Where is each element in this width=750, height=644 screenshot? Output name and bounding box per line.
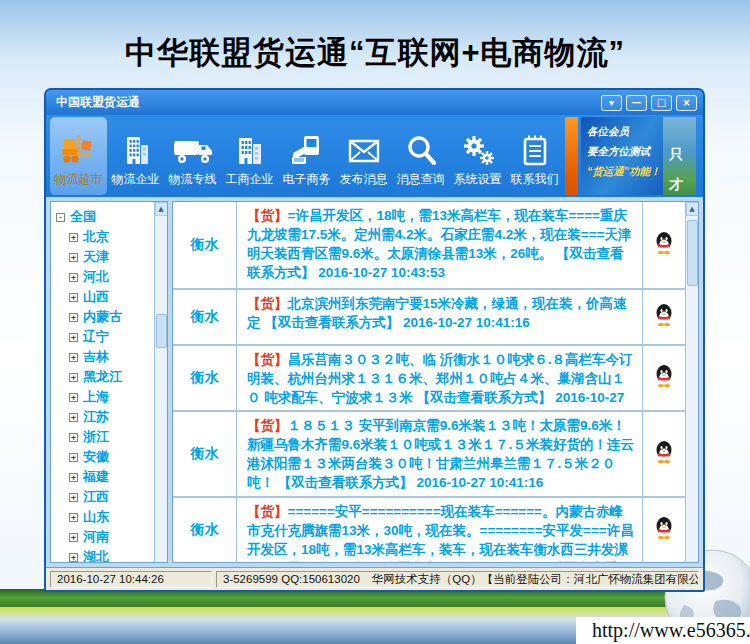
scroll-up-icon[interactable]: ▲ xyxy=(686,202,699,216)
tree-scrollbar[interactable]: ▲ xyxy=(154,202,167,562)
message-cell[interactable]: 【货】１８５１３ 安平到南京需9.6米装１３吨！太原需9.6米！新疆乌鲁木齐需9… xyxy=(237,412,643,496)
expand-icon[interactable] xyxy=(69,273,78,282)
sidebar-item[interactable]: 浙江 xyxy=(56,427,154,447)
expand-icon[interactable] xyxy=(69,253,78,262)
toolbar-item-label: 消息查询 xyxy=(397,171,445,188)
message-text: ======安平==========现在装车======。内蒙古赤峰市克什克腾旗… xyxy=(247,504,634,562)
toolbar-item-logistics-line[interactable]: 物流专线 xyxy=(164,117,221,195)
toolbar-item-system-settings[interactable]: 系统设置 xyxy=(449,117,506,195)
sidebar-item[interactable]: 江苏 xyxy=(56,407,154,427)
expand-icon[interactable] xyxy=(69,513,78,522)
window-titlebar[interactable]: 中国联盟货运通 ▾ — □ × xyxy=(46,90,703,115)
toolbar-item-message-search[interactable]: 消息查询 xyxy=(392,117,449,195)
sidebar-item[interactable]: 黑龙江 xyxy=(56,367,154,387)
region-tree: 全国 北京 天津 河北 山西 内蒙古 辽宁 吉林 黑龙江 上海 江苏 浙江 安徽… xyxy=(51,202,154,562)
qq-penguin-icon[interactable] xyxy=(654,303,674,331)
computer-icon xyxy=(289,130,325,166)
sidebar-item-label: 福建 xyxy=(83,468,109,486)
expand-icon[interactable] xyxy=(69,353,78,362)
list-scrollbar[interactable]: ▲ xyxy=(685,202,698,562)
expand-icon[interactable] xyxy=(69,453,78,462)
search-icon xyxy=(404,130,438,166)
sidebar-item[interactable]: 内蒙古 xyxy=(56,307,154,327)
promo-banner[interactable]: 各位会员 要全方位测试 “货运通”功能！ xyxy=(581,117,663,195)
message-row[interactable]: 衡水 【货】北京滨州到东莞南宁要15米冷藏，绿通，现在装，价高速定 【双击查看联… xyxy=(173,290,685,346)
pulldown-icon[interactable]: ▾ xyxy=(601,95,622,111)
sidebar-item[interactable]: 福建 xyxy=(56,467,154,487)
sidebar-item-label: 内蒙古 xyxy=(83,308,122,326)
message-row[interactable]: 衡水 【货】=许昌开发区，18吨，需13米高栏车，现在装车====重庆九龙坡需1… xyxy=(173,202,685,290)
message-list: 衡水 【货】=许昌开发区，18吨，需13米高栏车，现在装车====重庆九龙坡需1… xyxy=(173,202,685,562)
side-banner[interactable]: 只 才 xyxy=(663,117,696,195)
scrollbar-thumb[interactable] xyxy=(156,314,167,348)
qq-penguin-icon[interactable] xyxy=(654,440,674,468)
sidebar-item-label: 全国 xyxy=(70,208,96,226)
qq-cell[interactable] xyxy=(643,498,685,562)
qq-penguin-icon[interactable] xyxy=(654,231,674,259)
expand-icon[interactable] xyxy=(69,233,78,242)
message-cell[interactable]: 【货】昌乐莒南３０３２吨、临 沂衡水１０吨求６.８高栏车今订明装、杭州台州求１３… xyxy=(237,346,643,410)
expand-icon[interactable] xyxy=(69,433,78,442)
expand-icon[interactable] xyxy=(69,333,78,342)
sidebar-item[interactable]: 吉林 xyxy=(56,347,154,367)
promo-line-2: 要全方位测试 xyxy=(587,145,659,159)
sidebar-item[interactable]: 北京 xyxy=(56,227,154,247)
content-area: 全国 北京 天津 河北 山西 内蒙古 辽宁 吉林 黑龙江 上海 江苏 浙江 安徽… xyxy=(46,197,703,567)
expand-icon[interactable] xyxy=(69,393,78,402)
qq-cell[interactable] xyxy=(643,202,685,288)
qq-penguin-icon[interactable] xyxy=(654,364,674,392)
promo-line-3: “货运通”功能！ xyxy=(587,165,659,179)
toolbar-item-business-company[interactable]: 工商企业 xyxy=(221,117,278,195)
message-cell[interactable]: 【货】=许昌开发区，18吨，需13米高栏车，现在装车====重庆九龙坡需17.5… xyxy=(237,202,643,288)
sidebar-item[interactable]: 河南 xyxy=(56,527,154,547)
toolbar-item-logistics-company[interactable]: 物流企业 xyxy=(107,117,164,195)
sidebar-item-label: 天津 xyxy=(83,248,109,266)
qq-cell[interactable] xyxy=(643,346,685,410)
sidebar-item[interactable]: 安徽 xyxy=(56,447,154,467)
expand-icon[interactable] xyxy=(69,373,78,382)
sidebar-item[interactable]: 上海 xyxy=(56,387,154,407)
toolbar-item-label: 工商企业 xyxy=(226,171,274,188)
qq-cell[interactable] xyxy=(643,412,685,496)
expand-icon[interactable] xyxy=(69,413,78,422)
sidebar-item-root[interactable]: 全国 xyxy=(56,207,154,227)
forklift-icon xyxy=(60,130,98,166)
city-cell: 衡水 xyxy=(173,346,237,410)
expand-icon[interactable] xyxy=(69,473,78,482)
minimize-icon[interactable]: — xyxy=(626,95,647,111)
collapse-icon[interactable] xyxy=(56,213,65,222)
message-cell[interactable]: 【货】北京滨州到东莞南宁要15米冷藏，绿通，现在装，价高速定 【双击查看联系方式… xyxy=(237,290,643,344)
sidebar-item-label: 山东 xyxy=(83,508,109,526)
cargo-tag: 【货】 xyxy=(247,418,288,433)
expand-icon[interactable] xyxy=(69,293,78,302)
sidebar-item[interactable]: 江西 xyxy=(56,487,154,507)
sidebar-item[interactable]: 辽宁 xyxy=(56,327,154,347)
sidebar-item-label: 上海 xyxy=(83,388,109,406)
qq-penguin-icon[interactable] xyxy=(654,516,674,544)
sidebar-item[interactable]: 河北 xyxy=(56,267,154,287)
message-row[interactable]: 衡水 【货】昌乐莒南３０３２吨、临 沂衡水１０吨求６.８高栏车今订明装、杭州台州… xyxy=(173,346,685,412)
toolbar-item-contact-us[interactable]: 联系我们 xyxy=(506,117,563,195)
toolbar-item-logistics-market[interactable]: 物流超市 xyxy=(50,117,107,195)
toolbar-item-ecommerce[interactable]: 电子商务 xyxy=(278,117,335,195)
message-row[interactable]: 衡水 【货】======安平==========现在装车======。内蒙古赤峰… xyxy=(173,498,685,562)
close-icon[interactable]: × xyxy=(676,95,697,111)
sidebar-item[interactable]: 山西 xyxy=(56,287,154,307)
sidebar-item[interactable]: 湖北 xyxy=(56,547,154,562)
expand-icon[interactable] xyxy=(69,533,78,542)
message-row[interactable]: 衡水 【货】１８５１３ 安平到南京需9.6米装１３吨！太原需9.6米！新疆乌鲁木… xyxy=(173,412,685,498)
sidebar-item[interactable]: 天津 xyxy=(56,247,154,267)
sidebar-item[interactable]: 山东 xyxy=(56,507,154,527)
scrollbar-thumb[interactable] xyxy=(687,220,698,286)
window-controls: ▾ — □ × xyxy=(601,95,697,111)
expand-icon[interactable] xyxy=(69,493,78,502)
sidebar-item-label: 山西 xyxy=(83,288,109,306)
expand-icon[interactable] xyxy=(69,553,78,562)
sidebar-item-label: 辽宁 xyxy=(83,328,109,346)
expand-icon[interactable] xyxy=(69,313,78,322)
message-cell[interactable]: 【货】======安平==========现在装车======。内蒙古赤峰市克什… xyxy=(237,498,643,562)
maximize-icon[interactable]: □ xyxy=(651,95,672,111)
qq-cell[interactable] xyxy=(643,290,685,344)
toolbar-item-publish-message[interactable]: 发布消息 xyxy=(335,117,392,195)
scroll-up-icon[interactable]: ▲ xyxy=(155,202,168,216)
